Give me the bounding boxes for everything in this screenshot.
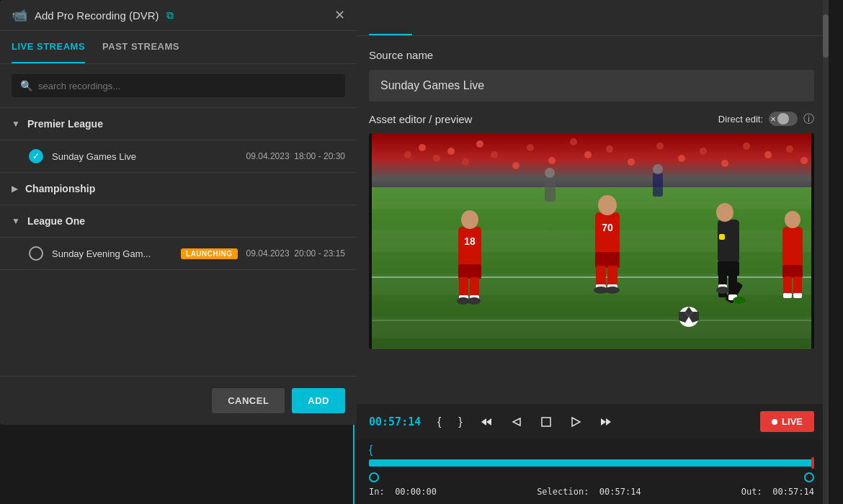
svg-rect-3	[372, 230, 811, 252]
toggle-knob	[777, 113, 789, 125]
tab-live-streams[interactable]: LIVE STREAMS	[12, 31, 85, 63]
thumb-left[interactable]	[369, 472, 379, 482]
add-button[interactable]: ADD	[292, 388, 345, 413]
svg-marker-73	[481, 418, 486, 426]
play-button[interactable]	[566, 414, 585, 430]
panel-title: Add Pro Recording (DVR)	[35, 9, 159, 22]
thumb-right[interactable]	[804, 472, 814, 482]
scrollbar[interactable]	[823, 0, 829, 504]
category-premier-league[interactable]: ▼ Premier League	[0, 108, 357, 140]
svg-point-17	[461, 210, 478, 229]
external-link-icon[interactable]: ⧉	[166, 9, 174, 22]
cancel-button[interactable]: CANCEL	[212, 388, 285, 413]
scrollbar-thumb[interactable]	[823, 14, 829, 58]
svg-point-50	[653, 164, 663, 174]
search-input[interactable]	[38, 81, 336, 91]
svg-point-53	[433, 155, 440, 162]
asset-editor-section: Asset editor / preview Direct edit: ✕ ⓘ	[354, 112, 829, 404]
close-button[interactable]: ✕	[334, 7, 345, 23]
timeline-marker	[811, 457, 814, 469]
info-icon[interactable]: ⓘ	[803, 112, 814, 126]
to-end-button[interactable]	[597, 414, 615, 430]
timecode-out-value: 00:57:14	[772, 487, 814, 497]
svg-point-16	[468, 297, 481, 305]
svg-rect-47	[545, 176, 556, 202]
category-name-championship: Championship	[25, 183, 95, 194]
stream-item-sunday-evening[interactable]: Sunday Evening Gam... LAUNCHING 09.04.20…	[0, 238, 357, 270]
svg-point-26	[605, 287, 620, 294]
timeline-bar[interactable]	[369, 459, 814, 467]
stream-time-sunday-games: 09.04.2023 18:00 - 20:30	[246, 151, 345, 161]
playback-controls: 00:57:14 { } LIVE	[354, 404, 829, 439]
source-name-label: Source name	[369, 49, 814, 61]
svg-rect-20	[595, 252, 620, 268]
svg-marker-75	[513, 418, 520, 426]
svg-point-27	[598, 195, 617, 215]
category-championship[interactable]: ▶ Championship	[0, 173, 357, 205]
svg-point-69	[743, 143, 750, 150]
direct-edit-area: Direct edit: ✕ ⓘ	[718, 112, 814, 126]
mark-out-button[interactable]: }	[455, 414, 465, 430]
svg-point-71	[786, 145, 793, 153]
category-league-one[interactable]: ▼ League One	[0, 205, 357, 238]
svg-point-56	[476, 140, 483, 148]
svg-rect-29	[718, 261, 739, 276]
svg-point-70	[764, 151, 772, 158]
source-name-input[interactable]	[369, 70, 814, 102]
live-button[interactable]: LIVE	[760, 411, 814, 432]
svg-point-57	[491, 151, 498, 158]
timecode-in: In: 00:00:00	[369, 487, 437, 497]
radio-checked-icon	[29, 149, 43, 163]
svg-point-54	[447, 148, 455, 155]
tab-past-streams[interactable]: PAST STREAMS	[102, 31, 179, 63]
svg-point-55	[462, 158, 469, 166]
timeline-brackets: {	[369, 444, 814, 456]
stream-name-sunday-games: Sunday Games Live	[52, 151, 238, 162]
live-label: LIVE	[782, 416, 803, 427]
svg-rect-38	[719, 234, 725, 240]
step-back-button[interactable]	[507, 414, 526, 430]
timecode-in-value: 00:00:00	[395, 487, 437, 497]
stream-time-sunday-evening: 09.04.2023 20:00 - 23:15	[246, 248, 345, 258]
svg-rect-49	[653, 173, 663, 197]
svg-point-35	[716, 287, 729, 294]
svg-point-59	[527, 144, 534, 151]
time-display: 00:57:14	[369, 415, 423, 428]
svg-marker-79	[606, 418, 611, 426]
svg-rect-22	[607, 266, 617, 287]
search-box: 🔍	[12, 74, 345, 97]
stream-item-sunday-games[interactable]: Sunday Games Live 09.04.2023 18:00 - 20:…	[0, 140, 357, 173]
svg-point-52	[419, 144, 426, 151]
svg-point-58	[512, 162, 519, 169]
svg-rect-40	[782, 265, 803, 278]
svg-rect-39	[782, 227, 803, 266]
search-area: 🔍	[0, 64, 357, 108]
right-panel-tabs	[354, 0, 829, 36]
mark-in-button[interactable]: {	[434, 414, 444, 430]
search-icon: 🔍	[20, 80, 32, 91]
timecode-selection: Selection: 00:57:14	[537, 487, 641, 497]
panel-header: 📹 Add Pro Recording (DVR) ⧉ ✕	[0, 0, 357, 31]
direct-edit-toggle[interactable]: ✕	[769, 112, 798, 126]
video-preview: 18 70	[369, 133, 814, 349]
svg-point-62	[584, 151, 592, 158]
svg-marker-74	[486, 418, 491, 426]
timeline-thumbs	[369, 472, 814, 482]
svg-point-67	[700, 148, 707, 155]
svg-rect-28	[718, 220, 739, 263]
panel-title-area: 📹 Add Pro Recording (DVR) ⧉	[12, 7, 174, 23]
streams-list: ▼ Premier League Sunday Games Live 09.04…	[0, 108, 357, 376]
chevron-right-icon: ▶	[12, 184, 18, 194]
svg-point-48	[545, 168, 555, 178]
svg-point-61	[570, 138, 577, 145]
stop-button[interactable]	[538, 415, 555, 429]
svg-rect-76	[542, 418, 550, 426]
asset-editor-title: Asset editor / preview	[369, 113, 472, 125]
right-tab-1[interactable]	[369, 0, 412, 35]
to-start-button[interactable]	[477, 414, 496, 430]
svg-text:70: 70	[602, 222, 613, 233]
svg-rect-21	[596, 266, 606, 287]
svg-rect-12	[470, 277, 479, 297]
category-name-league-one: League One	[27, 215, 85, 227]
svg-point-63	[606, 145, 613, 153]
